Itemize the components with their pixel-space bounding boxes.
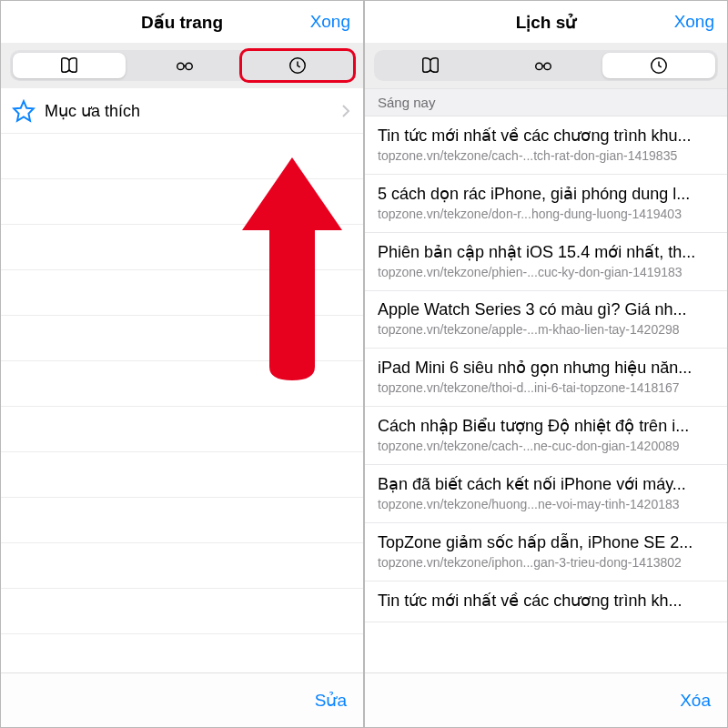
edit-button[interactable]: Sửa (315, 690, 347, 711)
page-title: Lịch sử (516, 12, 577, 33)
history-item-title: Cách nhập Biểu tượng Độ nhiệt độ trên i.… (378, 416, 714, 436)
history-item[interactable]: Tin tức mới nhất về các chương trình kh.… (365, 581, 727, 622)
history-item-title: Apple Watch Series 3 có màu gì? Giá nh..… (378, 300, 714, 319)
tab-bookmarks[interactable] (13, 53, 126, 78)
svg-point-4 (536, 63, 542, 69)
header: Lịch sử Xong (365, 1, 727, 43)
tab-bar (365, 43, 727, 88)
history-item-url: topzone.vn/tekzone/cach-...ne-cuc-don-gi… (378, 439, 714, 453)
glasses-icon (533, 56, 553, 76)
star-icon (12, 99, 35, 123)
segmented-control (374, 50, 718, 81)
history-item-url: topzone.vn/tekzone/phien-...cuc-ky-don-g… (378, 265, 714, 279)
history-item-url: topzone.vn/tekzone/cach-...tch-rat-don-g… (378, 148, 714, 163)
svg-point-5 (544, 63, 551, 69)
page-title: Dấu trang (141, 12, 223, 33)
clock-icon (649, 56, 669, 76)
footer: Sửa (1, 672, 363, 727)
history-list: Tin tức mới nhất về các chương trình khu… (365, 116, 727, 622)
history-item-url: topzone.vn/tekzone/iphon...gan-3-trieu-d… (378, 555, 714, 570)
history-item-title: iPad Mini 6 siêu nhỏ gọn nhưng hiệu năn.… (378, 358, 714, 378)
history-item-title: Phiên bản cập nhật iOS 15.4 mới nhất, th… (378, 242, 714, 262)
history-item[interactable]: Phiên bản cập nhật iOS 15.4 mới nhất, th… (365, 233, 727, 291)
favorites-row[interactable]: Mục ưa thích (1, 88, 363, 134)
history-item-url: topzone.vn/tekzone/thoi-d...ini-6-tai-to… (378, 380, 714, 395)
history-item[interactable]: TopZone giảm sốc hấp dẫn, iPhone SE 2...… (365, 523, 727, 581)
tab-bookmarks[interactable] (374, 53, 487, 78)
bookmarks-screen: Dấu trang Xong Mục ưa thích (0, 0, 364, 728)
empty-rows (1, 134, 363, 634)
history-item[interactable]: 5 cách dọn rác iPhone, giải phóng dung l… (365, 175, 727, 233)
history-content[interactable]: Sáng nay Tin tức mới nhất về các chương … (365, 88, 727, 672)
history-item-title: 5 cách dọn rác iPhone, giải phóng dung l… (378, 184, 714, 204)
bookmarks-content: Mục ưa thích (1, 88, 363, 672)
section-header: Sáng nay (365, 88, 727, 116)
tab-history[interactable] (241, 53, 354, 78)
tab-reading-list[interactable] (487, 53, 600, 78)
tab-bar (1, 43, 363, 88)
segmented-control (10, 50, 354, 81)
history-item-url: topzone.vn/tekzone/don-r...hong-dung-luo… (378, 207, 714, 221)
footer: Xóa (365, 672, 727, 727)
chevron-right-icon (341, 104, 350, 118)
history-item[interactable]: Apple Watch Series 3 có màu gì? Giá nh..… (365, 291, 727, 349)
history-item[interactable]: Cách nhập Biểu tượng Độ nhiệt độ trên i.… (365, 407, 727, 465)
svg-point-1 (186, 63, 192, 69)
history-item-title: TopZone giảm sốc hấp dẫn, iPhone SE 2... (378, 532, 714, 552)
glasses-icon (175, 56, 195, 76)
svg-marker-3 (14, 101, 34, 121)
book-icon (420, 56, 440, 76)
history-item-url: topzone.vn/tekzone/huong...ne-voi-may-ti… (378, 497, 714, 511)
done-button[interactable]: Xong (674, 1, 714, 43)
book-icon (59, 56, 79, 76)
clock-icon (288, 56, 308, 76)
history-item-title: Tin tức mới nhất về các chương trình khu… (378, 126, 714, 146)
done-button[interactable]: Xong (310, 1, 350, 43)
history-screen: Lịch sử Xong Sáng nay Tin tức mới nhất v… (364, 0, 728, 728)
history-item-title: Bạn đã biết cách kết nối iPhone với máy.… (378, 474, 714, 494)
favorites-label: Mục ưa thích (45, 101, 341, 121)
header: Dấu trang Xong (1, 1, 363, 43)
svg-point-0 (177, 63, 184, 69)
history-item-url: topzone.vn/tekzone/apple-...m-khao-lien-… (378, 322, 714, 337)
history-item-title: Tin tức mới nhất về các chương trình kh.… (378, 591, 714, 611)
clear-button[interactable]: Xóa (680, 691, 711, 711)
history-item[interactable]: Bạn đã biết cách kết nối iPhone với máy.… (365, 465, 727, 523)
tab-history[interactable] (602, 53, 715, 78)
history-item[interactable]: Tin tức mới nhất về các chương trình khu… (365, 116, 727, 175)
history-item[interactable]: iPad Mini 6 siêu nhỏ gọn nhưng hiệu năn.… (365, 349, 727, 407)
tab-reading-list[interactable] (128, 53, 241, 78)
